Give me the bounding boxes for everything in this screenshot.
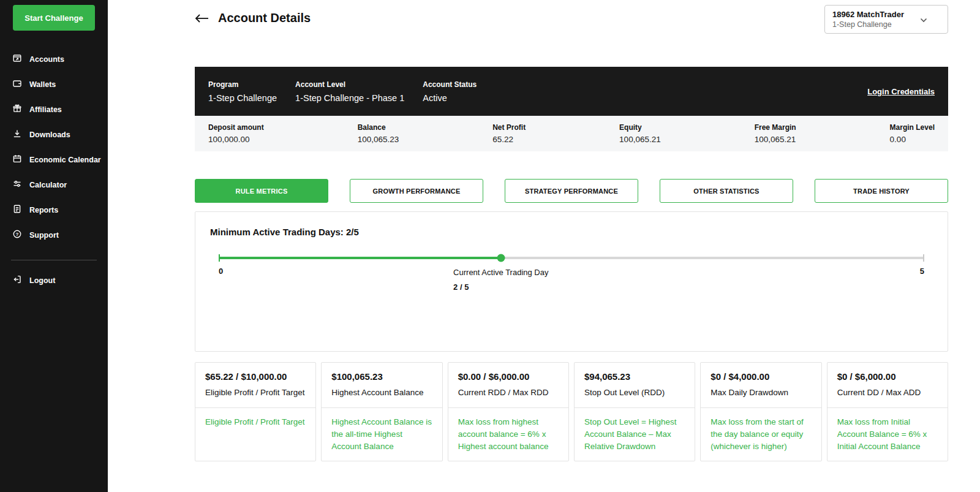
metric-card-value: $94,065.23 (584, 371, 685, 382)
sidebar-item-support[interactable]: ? Support (0, 222, 108, 248)
metric-card-description: Max loss from Initial Account Balance = … (827, 407, 948, 461)
metric-card-value: $0.00 / $6,000.00 (458, 371, 559, 382)
reports-icon (12, 204, 22, 216)
sidebar-divider (11, 260, 97, 260)
sidebar-item-label: Economic Calendar (29, 156, 101, 164)
stat-value: 65.22 (492, 135, 526, 144)
metric-card-description: Stop Out Level = Highest Account Balance… (575, 407, 695, 461)
metric-card-eligible-profit: $65.22 / $10,000.00 Eligible Profit / Pr… (195, 362, 316, 461)
trading-days-slider: 0 5 Current Active Trading Day 2 / 5 (219, 257, 924, 330)
sidebar-item-downloads[interactable]: Downloads (0, 122, 108, 147)
main-content: Account Details 18962 MatchTrader 1-Step… (108, 0, 980, 492)
metric-card-highest-balance: $100,065.23 Highest Account Balance High… (321, 362, 442, 461)
metric-card-top: $0 / $6,000.00 Current DD / Max ADD (827, 363, 948, 407)
header-left: Account Details (195, 5, 311, 25)
trading-days-title: Minimum Active Trading Days: 2/5 (210, 227, 933, 237)
field-account-status: Account Status Active (423, 80, 477, 103)
stat-net-profit: Net Profit 65.22 (492, 123, 526, 144)
stat-label: Margin Level (890, 123, 935, 132)
stat-balance: Balance 100,065.23 (358, 123, 399, 144)
stat-label: Free Margin (755, 123, 796, 132)
stats-bar: Deposit amount 100,000.00 Balance 100,06… (195, 116, 948, 151)
accounts-icon (12, 53, 22, 65)
login-credentials-link[interactable]: Login Credentials (867, 87, 935, 96)
metric-card-max-daily-drawdown: $0 / $4,000.00 Max Daily Drawdown Max lo… (700, 362, 821, 461)
back-arrow-icon[interactable] (195, 13, 209, 23)
metric-card-description: Max loss from the start of the day balan… (701, 407, 821, 461)
slider-thumb[interactable] (497, 254, 505, 262)
field-program: Program 1-Step Challenge (208, 80, 277, 103)
field-label: Program (208, 80, 277, 89)
app-root: Start Challenge Accounts Wallets Affilia… (0, 0, 980, 492)
metric-card-description: Eligible Profit / Profit Target (195, 407, 315, 461)
economic-calendar-icon (12, 154, 22, 165)
metric-card-top: $0 / $4,000.00 Max Daily Drawdown (701, 363, 821, 407)
metrics-tabs: RULE METRICS GROWTH PERFORMANCE STRATEGY… (195, 179, 948, 203)
sidebar-item-logout[interactable]: Logout (0, 268, 108, 293)
sidebar-item-accounts[interactable]: Accounts (0, 47, 108, 72)
stat-free-margin: Free Margin 100,065.21 (755, 123, 796, 144)
slider-current-label: Current Active Trading Day (453, 268, 548, 277)
stat-deposit-amount: Deposit amount 100,000.00 (208, 123, 264, 144)
metric-card-value: $0 / $6,000.00 (837, 371, 938, 382)
sidebar-item-wallets[interactable]: Wallets (0, 72, 108, 97)
slider-end-tick (923, 254, 924, 262)
tab-strategy-performance[interactable]: STRATEGY PERFORMANCE (505, 179, 638, 203)
stat-value: 100,065.21 (755, 135, 796, 144)
start-challenge-button[interactable]: Start Challenge (13, 5, 95, 31)
sidebar-item-affiliates[interactable]: Affiliates (0, 97, 108, 122)
metric-card-top: $65.22 / $10,000.00 Eligible Profit / Pr… (195, 363, 315, 407)
field-label: Account Level (295, 80, 404, 89)
sidebar-item-economic-calendar[interactable]: Economic Calendar (0, 147, 108, 172)
tab-trade-history[interactable]: TRADE HISTORY (815, 179, 948, 203)
metric-card-label: Current DD / Max ADD (837, 387, 938, 399)
metric-card-top: $100,065.23 Highest Account Balance (322, 363, 442, 407)
logout-icon (12, 274, 22, 286)
account-selector-text: 18962 MatchTrader 1-Step Challenge (832, 10, 904, 29)
svg-text:?: ? (16, 232, 19, 237)
metric-card-stop-out-level: $94,065.23 Stop Out Level (RDD) Stop Out… (574, 362, 695, 461)
metric-card-label: Eligible Profit / Profit Target (205, 387, 306, 399)
tab-rule-metrics[interactable]: RULE METRICS (195, 179, 328, 203)
metric-card-value: $100,065.23 (331, 371, 432, 382)
stat-label: Net Profit (492, 123, 526, 132)
sidebar-item-label: Support (29, 231, 59, 240)
metric-card-label: Highest Account Balance (331, 387, 432, 399)
sidebar: Start Challenge Accounts Wallets Affilia… (0, 0, 108, 492)
stat-label: Equity (619, 123, 661, 132)
metric-card-description: Highest Account Balance is the all-time … (322, 407, 442, 461)
sidebar-item-reports[interactable]: Reports (0, 197, 108, 222)
sidebar-item-label: Logout (29, 276, 55, 285)
tab-other-statistics[interactable]: OTHER STATISTICS (660, 179, 793, 203)
account-selector-line2: 1-Step Challenge (832, 20, 904, 29)
field-account-level: Account Level 1-Step Challenge - Phase 1 (295, 80, 404, 103)
stat-value: 100,065.23 (358, 135, 399, 144)
field-value: 1-Step Challenge - Phase 1 (295, 93, 404, 103)
account-selector-dropdown[interactable]: 18962 MatchTrader 1-Step Challenge (824, 5, 948, 34)
metric-card-label: Stop Out Level (RDD) (584, 387, 685, 399)
wallets-icon (12, 78, 22, 90)
sidebar-item-label: Downloads (29, 131, 70, 139)
sidebar-item-label: Reports (29, 206, 58, 214)
stat-value: 0.00 (890, 135, 935, 144)
affiliates-icon (12, 104, 22, 115)
stat-value: 100,000.00 (208, 135, 264, 144)
slider-current-value: 2 / 5 (453, 282, 548, 292)
metric-cards-row: $65.22 / $10,000.00 Eligible Profit / Pr… (195, 362, 948, 461)
sidebar-item-label: Calculator (29, 181, 67, 189)
chevron-down-icon (920, 14, 927, 25)
metric-card-top: $94,065.23 Stop Out Level (RDD) (575, 363, 695, 407)
sidebar-item-label: Accounts (29, 55, 64, 64)
stat-equity: Equity 100,065.21 (619, 123, 661, 144)
slider-labels: 0 5 (219, 267, 924, 276)
field-value: Active (423, 93, 477, 103)
stat-value: 100,065.21 (619, 135, 661, 144)
slider-max-label: 5 (920, 267, 924, 276)
sidebar-item-calculator[interactable]: Calculator (0, 172, 108, 197)
field-label: Account Status (423, 80, 477, 89)
account-selector-line1: 18962 MatchTrader (832, 10, 904, 19)
metric-card-top: $0.00 / $6,000.00 Current RDD / Max RDD (448, 363, 568, 407)
tab-growth-performance[interactable]: GROWTH PERFORMANCE (350, 179, 483, 203)
slider-fill (219, 257, 501, 259)
slider-track (219, 257, 924, 259)
